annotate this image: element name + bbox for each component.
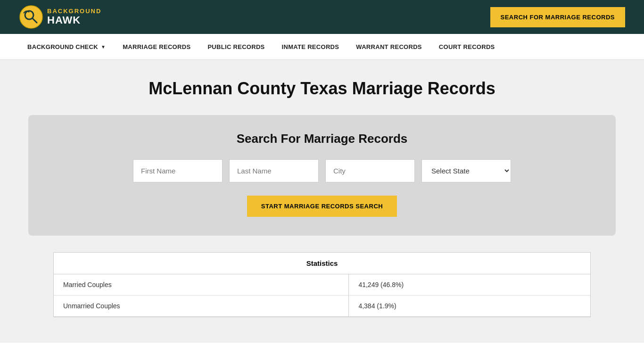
search-box: Search For Marriage Records Select State… bbox=[28, 115, 616, 236]
search-box-title: Search For Marriage Records bbox=[52, 132, 592, 146]
search-btn-container: START MARRIAGE RECORDS SEARCH bbox=[52, 196, 592, 217]
svg-point-0 bbox=[20, 6, 42, 28]
nav-item-court-records[interactable]: COURT RECORDS bbox=[430, 35, 504, 59]
stats-header: Statistics bbox=[54, 253, 590, 274]
page-title: McLennan County Texas Marriage Records bbox=[28, 79, 616, 99]
stat-value-0: 41,249 (46.8%) bbox=[349, 274, 590, 296]
table-row: Unmarried Couples 4,384 (1.9%) bbox=[54, 296, 590, 317]
last-name-input[interactable] bbox=[229, 159, 319, 182]
state-select[interactable]: Select State Alabama Alaska Arizona Arka… bbox=[421, 159, 511, 182]
city-input[interactable] bbox=[325, 159, 415, 182]
logo[interactable]: BACKGROUND HAWK bbox=[19, 5, 101, 29]
first-name-input[interactable] bbox=[133, 159, 223, 182]
logo-text: BACKGROUND HAWK bbox=[47, 8, 101, 26]
logo-icon bbox=[19, 5, 43, 29]
search-button[interactable]: START MARRIAGE RECORDS SEARCH bbox=[247, 196, 397, 217]
stat-label-1: Unmarried Couples bbox=[54, 296, 349, 317]
nav-item-warrant-records[interactable]: WARRANT RECORDS bbox=[347, 35, 430, 59]
stats-table: Statistics Married Couples 41,249 (46.8%… bbox=[54, 253, 590, 317]
nav-item-public-records[interactable]: PUBLIC RECORDS bbox=[199, 35, 273, 59]
table-row: Married Couples 41,249 (46.8%) bbox=[54, 274, 590, 296]
header-search-button[interactable]: SEARCH FOR MARRIAGE RECORDS bbox=[490, 7, 625, 27]
header: BACKGROUND HAWK SEARCH FOR MARRIAGE RECO… bbox=[0, 0, 644, 34]
stat-label-0: Married Couples bbox=[54, 274, 349, 296]
stats-table-container: Statistics Married Couples 41,249 (46.8%… bbox=[53, 252, 591, 317]
search-fields: Select State Alabama Alaska Arizona Arka… bbox=[52, 159, 592, 182]
nav-item-inmate-records[interactable]: INMATE RECORDS bbox=[273, 35, 348, 59]
nav-item-marriage-records[interactable]: MARRIAGE RECORDS bbox=[114, 35, 199, 59]
main-content: McLennan County Texas Marriage Records S… bbox=[0, 60, 644, 343]
chevron-down-icon: ▼ bbox=[101, 44, 106, 49]
stat-value-1: 4,384 (1.9%) bbox=[349, 296, 590, 317]
nav-bar: BACKGROUND CHECK ▼ MARRIAGE RECORDS PUBL… bbox=[0, 34, 644, 60]
nav-item-background-check[interactable]: BACKGROUND CHECK ▼ bbox=[19, 35, 114, 59]
